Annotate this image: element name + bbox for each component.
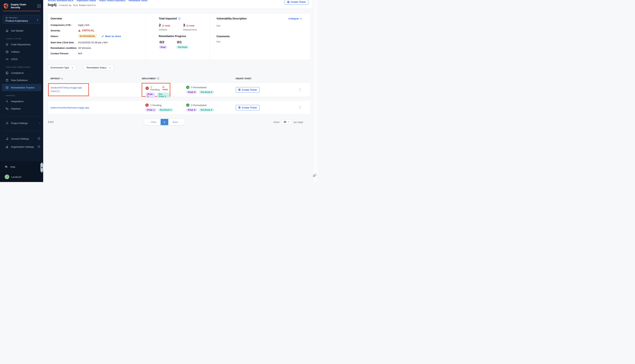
remediated-count: 0 Remediated	[191, 86, 206, 89]
time-label: Start time | End time:	[51, 41, 78, 44]
user-menu[interactable]: L Lavakush	[0, 173, 43, 181]
column-artifact: ARTIFACT	[50, 78, 60, 80]
sidebar-item-cicd[interactable]: CI/CD	[0, 56, 43, 63]
info-circle-icon[interactable]	[178, 18, 181, 20]
prod-progress: 0/2 Prod	[159, 40, 176, 49]
status-badge: IN-PROGRESS	[78, 34, 97, 38]
avatar: L	[5, 175, 9, 179]
prev-page-button[interactable]: ← Prev	[144, 121, 161, 124]
create-ticket-button-header[interactable]: Create Ticket	[285, 0, 308, 5]
remediation-status-filter[interactable]: Remediation Status▼	[84, 65, 114, 70]
collapse-button[interactable]: Collapse	[289, 17, 302, 20]
ticket-diamond-icon	[287, 0, 290, 3]
next-page-button[interactable]: Next →	[168, 121, 185, 124]
table-header: ARTIFACT DEPLOYMENT CREATE TICKET	[48, 77, 311, 80]
row-menu-kebab-icon[interactable]	[300, 88, 301, 91]
sidebar-item-compliance[interactable]: Compliance	[0, 69, 43, 76]
chevron-down-icon: ▼	[72, 67, 74, 69]
home-icon	[6, 29, 9, 32]
sidebar-item-integrations[interactable]: Integrations	[0, 98, 43, 105]
sidebar-section-manage: MANAGE	[0, 91, 43, 98]
remediated-check-icon	[186, 104, 189, 107]
artifacts-new-count: (1 new)	[162, 24, 170, 27]
sidebar: Supply ChainSecurity PROJECT Product Exp…	[0, 0, 43, 182]
annotation-box-deployment: 1 Pending (1 new) Prod: 1 Pre-Prod: 0	[142, 83, 170, 97]
sidebar-item-pipelines[interactable]: Pipelines	[0, 105, 43, 112]
sidebar-item-organization-settings[interactable]: Organization Settings	[0, 143, 43, 151]
artifact-link[interactable]: lavakush07/easy-buggy-app	[51, 86, 82, 89]
pagination: 2 of 2 ← Prev 1 Next → Show 20▼ per page	[48, 119, 311, 126]
overview-heading: Overview	[51, 17, 146, 20]
contact-value: N/A	[78, 52, 82, 55]
page-size-select[interactable]: 20▼	[282, 120, 292, 124]
project-selector[interactable]: PROJECT Product Exploratory ›	[3, 15, 40, 24]
environment-type-filter[interactable]: Environment Type▼	[48, 65, 76, 70]
app-title: Supply ChainSecurity	[11, 3, 26, 9]
artifact-link[interactable]: tejakummarikuntla/easy-buggy-app	[51, 106, 89, 109]
infinity-icon	[6, 58, 9, 61]
brand-divider	[3, 11, 40, 11]
svg-text:?: ?	[6, 166, 7, 167]
preprod-progress: 0/1 Pre-Prod	[176, 40, 194, 49]
remediated-count: 0 Remediated	[191, 104, 206, 106]
breadcrumb-project[interactable]: Project: Product Exploratory	[99, 0, 125, 2]
impacted-artifacts-stat: 2(1 new) Artifacts	[159, 23, 183, 31]
annotation-box-artifact: lavakush07/easy-buggy-app (new )	[48, 83, 89, 96]
prod-count-badge: Prod: 1	[145, 108, 156, 112]
app-logo: Supply ChainSecurity	[0, 0, 43, 9]
breadcrumb-account[interactable]: Account: Automation-SSCA	[48, 0, 73, 2]
preprod-progress-value: 0/1	[176, 40, 194, 44]
sort-ascending-icon[interactable]	[61, 78, 63, 79]
breadcrumb-separator: ›	[97, 0, 98, 2]
sidebar-item-get-started[interactable]: Get Started	[0, 27, 43, 34]
user-name: Lavakush	[11, 176, 22, 178]
column-create-ticket: CREATE TICKET	[236, 77, 252, 80]
contact-label: Contact Person:	[51, 52, 78, 55]
breadcrumb-separator: ›	[127, 0, 127, 2]
chevron-left-icon	[41, 166, 43, 168]
main-area: Account: Automation-SSCA› Organization: …	[43, 0, 317, 182]
new-artifact-chip: (new )	[51, 90, 60, 92]
deployments-stat-label: Deployments	[183, 28, 210, 31]
prod-count-badge: Prod: 1	[145, 92, 155, 98]
pagination-pill: ← Prev 1 Next →	[144, 119, 185, 125]
pending-count: 1 Pending	[150, 86, 161, 91]
preprod-count-badge: Pre-Prod: 1	[158, 108, 173, 112]
preprod-count-badge: Pre-Prod: 0	[199, 108, 214, 112]
sidebar-item-artifacts[interactable]: Artifacts	[0, 48, 43, 56]
preprod-pill: Pre-Prod	[176, 46, 189, 49]
sidebar-item-project-settings[interactable]: Project Settings ›	[0, 119, 43, 127]
page-number-button[interactable]: 1	[161, 119, 168, 125]
breadcrumb-organization[interactable]: Organization: default	[77, 0, 96, 2]
prod-count-badge: Prod: 0	[186, 90, 197, 94]
deployment-cell: 2 Pending Prod: 1 Pre-Prod: 1	[142, 104, 186, 112]
info-circle-icon[interactable]	[56, 90, 59, 92]
info-circle-icon[interactable]	[157, 77, 159, 80]
warning-triangle-icon	[78, 29, 81, 32]
sidebar-item-code-repositories[interactable]: Code Repositories	[0, 41, 43, 48]
create-ticket-button-row[interactable]: Create Ticket	[236, 105, 260, 110]
filters-row: Environment Type▼ Remediation Status▼	[48, 65, 316, 70]
breadcrumb-remediation-tracker[interactable]: Remediation Tracker	[129, 0, 147, 2]
sidebar-collapse-handle[interactable]	[40, 162, 43, 173]
deployments-new-count: (1 new)	[186, 24, 194, 27]
sidebar-item-account-settings[interactable]: Account Settings	[0, 135, 43, 143]
sidebar-item-rule-definitions[interactable]: Rule Definitions	[0, 76, 43, 84]
content: Overview Component | CVE :log4j | N/A Se…	[43, 13, 317, 126]
remediated-cell: 0 Remediated Prod: 0 Pre-Prod: 0	[186, 104, 236, 112]
account-layers-gear-icon	[6, 137, 9, 140]
total-impacted-heading: Total Impacted	[159, 17, 177, 20]
pending-count: 2 Pending	[150, 104, 161, 106]
support-chat-icon[interactable]	[313, 174, 317, 178]
artifacts-count: 2	[159, 23, 161, 27]
module-switcher-grid-icon[interactable]	[37, 4, 41, 8]
sidebar-item-help[interactable]: ? Help	[0, 162, 43, 171]
sidebar-item-remediation-tracker[interactable]: Remediation Tracker	[2, 84, 41, 91]
create-ticket-button-row[interactable]: Create Ticket	[236, 87, 260, 92]
mark-as-done-button[interactable]: Mark as done	[101, 35, 121, 38]
row-menu-kebab-icon[interactable]	[300, 106, 301, 109]
integrations-icon	[6, 100, 9, 103]
chevron-right-icon: ›	[39, 122, 40, 124]
vulnerability-description-value: N/A	[217, 24, 302, 27]
sidebar-bottom-panel: ? Help L Lavakush	[0, 161, 43, 182]
